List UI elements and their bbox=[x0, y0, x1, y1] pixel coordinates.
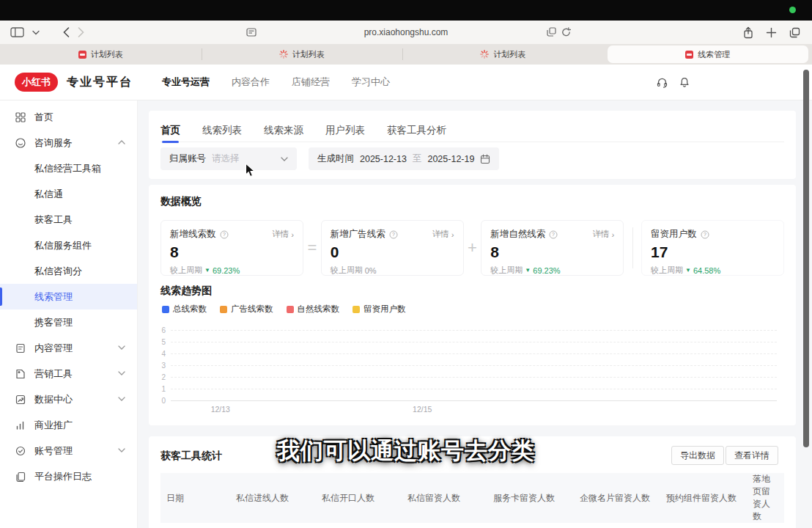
view-details-button[interactable]: 查看详情 bbox=[726, 446, 778, 465]
browser-tab-1[interactable]: 计划列表 bbox=[0, 44, 202, 65]
svg-text:?: ? bbox=[223, 232, 226, 237]
sidebar-item-lead-management[interactable]: 线索管理 bbox=[0, 284, 137, 309]
browser-tab-label: 计划列表 bbox=[292, 49, 325, 60]
browser-toolbar: pro.xiaohongshu.com bbox=[0, 21, 812, 44]
chevron-down-icon bbox=[118, 448, 125, 452]
table-row: 2025-12-19 3 2 0 0 0 0 0 bbox=[160, 523, 784, 528]
legend-ad-leads[interactable]: 广告线索数 bbox=[220, 304, 273, 315]
url-text: pro.xiaohongshu.com bbox=[364, 27, 449, 37]
sidebar-group-account[interactable]: 账号管理 bbox=[0, 438, 137, 463]
trend-chart-plot: 6 5 4 3 2 1 0 12/13 12/15 bbox=[171, 330, 777, 400]
reload-icon[interactable] bbox=[561, 27, 571, 37]
detail-link[interactable]: 详情› bbox=[272, 229, 294, 240]
card-organic-leads: 新增自然线索 ? 详情› 8 较上周期▼69.23% bbox=[481, 220, 624, 276]
address-bar[interactable]: pro.xiaohongshu.com bbox=[0, 21, 812, 44]
bars-icon bbox=[15, 419, 26, 431]
chart-icon bbox=[15, 394, 26, 406]
macos-menubar bbox=[0, 0, 812, 21]
bell-icon[interactable] bbox=[679, 76, 690, 88]
overview-section-title: 数据概览 bbox=[160, 195, 202, 208]
tab-overview-icon[interactable] bbox=[789, 27, 800, 38]
card-new-leads: 新增线索数 ? 详情› 8 较上周期▼69.23% bbox=[160, 220, 303, 276]
tab-lead-tool-analysis[interactable]: 获客工具分析 bbox=[387, 120, 446, 142]
sidebar-group-content[interactable]: 内容管理 bbox=[0, 335, 137, 361]
record-indicator-dot bbox=[789, 7, 796, 13]
chat-icon bbox=[15, 137, 26, 149]
vertical-scrollbar-thumb[interactable] bbox=[803, 70, 809, 447]
svg-text:?: ? bbox=[392, 232, 395, 237]
chevron-down-icon bbox=[118, 345, 125, 350]
date-start: 2025-12-13 bbox=[360, 154, 407, 164]
card-retained-users: 留资用户数 ? 17 较上周期▼64.58% bbox=[641, 220, 784, 276]
lead-tabs: 首页 线索列表 线索来源 用户列表 获客工具分析 bbox=[160, 120, 784, 142]
sidebar-item-business-promo[interactable]: 商业推广 bbox=[0, 412, 137, 438]
date-range-picker[interactable]: 生成时间 2025-12-13 至 2025-12-19 bbox=[309, 147, 499, 170]
sidebar-group-data-center[interactable]: 数据中心 bbox=[0, 386, 137, 412]
card-ad-leads: 新增广告线索 ? 详情› 0 较上周期0% bbox=[321, 220, 464, 276]
site-favicon bbox=[78, 51, 86, 59]
tab-lead-list[interactable]: 线索列表 bbox=[202, 120, 242, 142]
sidebar-item-dm-components[interactable]: 私信服务组件 bbox=[0, 232, 137, 258]
export-data-button[interactable]: 导出数据 bbox=[671, 446, 724, 465]
mouse-cursor bbox=[245, 163, 256, 178]
sidebar-item-home[interactable]: 首页 bbox=[0, 104, 137, 130]
nav-item-operation[interactable]: 专业号运营 bbox=[162, 76, 210, 89]
stats-table: 日期 私信进线人数 私信开口人数 私信留资人数 服务卡留资人数 企微名片留资人数… bbox=[160, 473, 784, 528]
share-icon[interactable] bbox=[743, 26, 753, 39]
x-axis-label: 12/13 bbox=[211, 405, 230, 414]
legend-organic-leads[interactable]: 自然线索数 bbox=[287, 304, 340, 315]
copy-icon[interactable] bbox=[547, 27, 556, 37]
sidebar-item-dm-toolbox[interactable]: 私信经营工具箱 bbox=[0, 155, 137, 181]
document-icon bbox=[15, 342, 26, 354]
account-check-icon bbox=[15, 445, 26, 457]
card-divider bbox=[624, 220, 641, 276]
new-tab-icon[interactable] bbox=[766, 27, 777, 38]
help-icon: ? bbox=[220, 230, 229, 239]
legend-retained-users[interactable]: 留资用户数 bbox=[353, 304, 406, 315]
browser-tab-3[interactable]: 计划列表 bbox=[402, 44, 604, 65]
trend-down-icon: ▼ bbox=[685, 268, 691, 274]
svg-text:?: ? bbox=[704, 232, 706, 237]
sidebar-group-consult[interactable]: 咨询服务 bbox=[0, 130, 137, 155]
browser-tab-2[interactable]: 计划列表 bbox=[202, 44, 403, 65]
stats-section-title: 获客工具统计 bbox=[160, 450, 222, 463]
sidebar-item-guest-management[interactable]: 携客管理 bbox=[0, 309, 137, 335]
sidebar-item-platform-log[interactable]: 平台操作日志 bbox=[0, 463, 137, 489]
x-axis-label: 12/15 bbox=[413, 405, 432, 414]
sidebar: 首页 咨询服务 私信经营工具箱 私信通 获客工具 私信服务组件 私信咨询分 线索… bbox=[0, 100, 138, 528]
app-viewport: 小红书 专业号平台 专业号运营 内容合作 店铺经营 学习中心 首页 咨询服务 bbox=[0, 65, 812, 528]
tab-user-list[interactable]: 用户列表 bbox=[325, 120, 365, 142]
date-end: 2025-12-19 bbox=[427, 154, 474, 164]
headset-icon[interactable] bbox=[656, 76, 668, 88]
trend-chart-title: 线索趋势图 bbox=[160, 285, 212, 298]
sidebar-item-lead-tools[interactable]: 获客工具 bbox=[0, 207, 137, 232]
nav-item-learning[interactable]: 学习中心 bbox=[352, 76, 390, 89]
svg-text:?: ? bbox=[552, 232, 555, 237]
tag-icon bbox=[15, 368, 26, 380]
tab-lead-source[interactable]: 线索来源 bbox=[264, 120, 303, 142]
main-content: 首页 线索列表 线索来源 用户列表 获客工具分析 归属账号 请选择 生成时间 2… bbox=[137, 100, 812, 528]
nav-item-content-coop[interactable]: 内容合作 bbox=[232, 76, 270, 89]
detail-link[interactable]: 详情› bbox=[593, 229, 615, 240]
xiaohongshu-logo: 小红书 bbox=[15, 73, 58, 92]
detail-link[interactable]: 详情› bbox=[432, 229, 454, 240]
chart-legend: 总线索数 广告线索数 自然线索数 留资用户数 bbox=[162, 304, 406, 315]
screen: pro.xiaohongshu.com 计划列表 计划列表 计划列表 线索管理 bbox=[0, 0, 812, 528]
chevron-down-icon bbox=[118, 397, 125, 401]
legend-total-leads[interactable]: 总线索数 bbox=[162, 304, 207, 315]
tab-home[interactable]: 首页 bbox=[160, 120, 180, 142]
account-select[interactable]: 归属账号 请选择 bbox=[160, 147, 297, 170]
plus-operator: + bbox=[464, 220, 481, 276]
nav-item-shop[interactable]: 店铺经营 bbox=[292, 76, 330, 89]
browser-tab-bar: 计划列表 计划列表 计划列表 线索管理 bbox=[0, 44, 812, 65]
app-header: 小红书 专业号平台 专业号运营 内容合作 店铺经营 学习中心 bbox=[0, 65, 812, 100]
sidebar-item-dm-score[interactable]: 私信咨询分 bbox=[0, 258, 137, 284]
help-icon: ? bbox=[549, 230, 558, 239]
data-overview-panel: 数据概览 新增线索数 ? 详情› 8 较上周期▼69.23% = bbox=[149, 185, 796, 425]
browser-tab-label: 线索管理 bbox=[698, 49, 730, 60]
sidebar-item-dm-tong[interactable]: 私信通 bbox=[0, 181, 137, 207]
sidebar-group-marketing[interactable]: 营销工具 bbox=[0, 361, 137, 386]
browser-tab-4-active[interactable]: 线索管理 bbox=[608, 45, 809, 63]
trend-down-icon: ▼ bbox=[204, 268, 210, 274]
help-icon: ? bbox=[389, 230, 398, 239]
